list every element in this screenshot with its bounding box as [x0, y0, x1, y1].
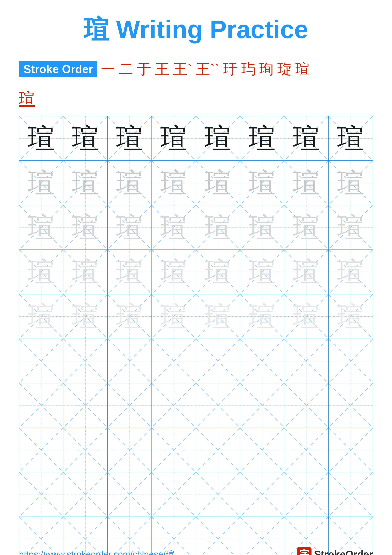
- grid-cell-2-5[interactable]: 瑄: [240, 205, 284, 249]
- grid-cell-1-0[interactable]: 瑄: [19, 161, 64, 205]
- grid-cell-0-7[interactable]: 瑄: [328, 116, 373, 161]
- grid-cell-7-6[interactable]: [284, 428, 328, 472]
- cell-char: 瑄: [337, 298, 364, 335]
- svg-line-140: [284, 472, 328, 517]
- grid-cell-3-7[interactable]: 瑄: [328, 250, 373, 294]
- grid-cell-0-5[interactable]: 瑄: [240, 116, 284, 161]
- grid-cell-7-7[interactable]: [328, 428, 373, 472]
- grid-cell-0-2[interactable]: 瑄: [108, 116, 152, 161]
- grid-cell-8-0[interactable]: [19, 472, 64, 517]
- grid-cell-2-3[interactable]: 瑄: [152, 205, 196, 249]
- svg-line-142: [328, 472, 373, 517]
- grid-cell-0-1[interactable]: 瑄: [64, 116, 107, 161]
- grid-cell-2-1[interactable]: 瑄: [64, 205, 107, 249]
- grid-cell-4-6[interactable]: 瑄: [284, 294, 328, 339]
- grid-cell-4-1[interactable]: 瑄: [64, 294, 107, 339]
- grid-cell-0-0[interactable]: 瑄: [19, 116, 64, 161]
- grid-cell-1-4[interactable]: 瑄: [196, 161, 240, 205]
- grid-cell-1-6[interactable]: 瑄: [284, 161, 328, 205]
- footer: https://www.strokeorder.com/chinese/瑄 字 …: [19, 547, 373, 555]
- practice-grid[interactable]: 瑄 瑄 瑄 瑄 瑄 瑄 瑄: [19, 116, 373, 555]
- grid-cell-3-4[interactable]: 瑄: [196, 250, 240, 294]
- cell-char: 瑄: [72, 209, 99, 246]
- grid-cell-7-5[interactable]: [240, 428, 284, 472]
- grid-cell-6-7[interactable]: [328, 383, 373, 427]
- grid-cell-6-0[interactable]: [19, 383, 64, 427]
- grid-cell-8-6[interactable]: [284, 472, 328, 517]
- svg-line-105: [196, 383, 240, 427]
- stroke-final-char: 瑄: [19, 88, 373, 110]
- stroke-9: 珣: [259, 59, 274, 79]
- grid-cell-5-6[interactable]: [284, 339, 328, 383]
- svg-line-109: [284, 383, 328, 427]
- grid-cell-8-1[interactable]: [64, 472, 107, 517]
- grid-cell-5-0[interactable]: [19, 339, 64, 383]
- grid-cell-7-0[interactable]: [19, 428, 64, 472]
- grid-cell-5-3[interactable]: [152, 339, 196, 383]
- grid-cell-7-4[interactable]: [196, 428, 240, 472]
- grid-cell-3-5[interactable]: 瑄: [240, 250, 284, 294]
- grid-cell-2-6[interactable]: 瑄: [284, 205, 328, 249]
- grid-cell-5-1[interactable]: [64, 339, 107, 383]
- grid-cell-0-4[interactable]: 瑄: [196, 116, 240, 161]
- grid-cell-4-0[interactable]: 瑄: [19, 294, 64, 339]
- grid-cell-8-5[interactable]: [240, 472, 284, 517]
- grid-cell-8-2[interactable]: [108, 472, 152, 517]
- grid-cell-2-0[interactable]: 瑄: [19, 205, 64, 249]
- svg-line-107: [240, 383, 284, 427]
- cell-char: 瑄: [293, 209, 320, 246]
- svg-line-137: [196, 472, 240, 517]
- grid-cell-2-7[interactable]: 瑄: [328, 205, 373, 249]
- grid-cell-7-1[interactable]: [64, 428, 107, 472]
- grid-cell-7-2[interactable]: [108, 428, 152, 472]
- grid-cell-5-7[interactable]: [328, 339, 373, 383]
- svg-line-101: [108, 383, 151, 427]
- grid-cell-5-2[interactable]: [108, 339, 152, 383]
- svg-line-131: [64, 472, 107, 517]
- grid-cell-6-1[interactable]: [64, 383, 107, 427]
- grid-cell-8-3[interactable]: [152, 472, 196, 517]
- grid-cell-3-2[interactable]: 瑄: [108, 250, 152, 294]
- grid-cell-0-3[interactable]: 瑄: [152, 116, 196, 161]
- grid-cell-0-6[interactable]: 瑄: [284, 116, 328, 161]
- grid-cell-4-4[interactable]: 瑄: [196, 294, 240, 339]
- cell-char: 瑄: [116, 298, 143, 335]
- grid-cell-2-2[interactable]: 瑄: [108, 205, 152, 249]
- grid-cell-6-3[interactable]: [152, 383, 196, 427]
- grid-cell-1-1[interactable]: 瑄: [64, 161, 107, 205]
- grid-cell-6-6[interactable]: [284, 383, 328, 427]
- grid-cell-1-7[interactable]: 瑄: [328, 161, 373, 205]
- grid-cell-4-3[interactable]: 瑄: [152, 294, 196, 339]
- svg-line-135: [152, 472, 196, 517]
- footer-url[interactable]: https://www.strokeorder.com/chinese/瑄: [19, 548, 175, 555]
- svg-line-94: [328, 339, 373, 383]
- grid-cell-1-3[interactable]: 瑄: [152, 161, 196, 205]
- grid-cell-4-2[interactable]: 瑄: [108, 294, 152, 339]
- grid-cell-6-2[interactable]: [108, 383, 152, 427]
- svg-line-113: [19, 428, 63, 472]
- grid-cell-4-5[interactable]: 瑄: [240, 294, 284, 339]
- svg-line-92: [284, 339, 328, 383]
- cell-char: 瑄: [249, 254, 276, 290]
- svg-line-95: [328, 339, 373, 383]
- grid-cell-3-0[interactable]: 瑄: [19, 250, 64, 294]
- grid-cell-4-7[interactable]: 瑄: [328, 294, 373, 339]
- grid-cell-5-4[interactable]: [196, 339, 240, 383]
- grid-cell-3-6[interactable]: 瑄: [284, 250, 328, 294]
- stroke-8: 玙: [241, 59, 256, 79]
- grid-cell-3-3[interactable]: 瑄: [152, 250, 196, 294]
- grid-cell-3-1[interactable]: 瑄: [64, 250, 107, 294]
- svg-line-130: [64, 472, 107, 517]
- grid-cell-1-5[interactable]: 瑄: [240, 161, 284, 205]
- grid-cell-8-4[interactable]: [196, 472, 240, 517]
- grid-cell-6-4[interactable]: [196, 383, 240, 427]
- grid-cell-6-5[interactable]: [240, 383, 284, 427]
- cell-char: 瑄: [337, 254, 364, 290]
- svg-line-82: [64, 339, 107, 383]
- grid-cell-8-7[interactable]: [328, 472, 373, 517]
- grid-cell-2-4[interactable]: 瑄: [196, 205, 240, 249]
- grid-cell-7-3[interactable]: [152, 428, 196, 472]
- grid-cell-5-5[interactable]: [240, 339, 284, 383]
- svg-line-90: [240, 339, 284, 383]
- grid-cell-1-2[interactable]: 瑄: [108, 161, 152, 205]
